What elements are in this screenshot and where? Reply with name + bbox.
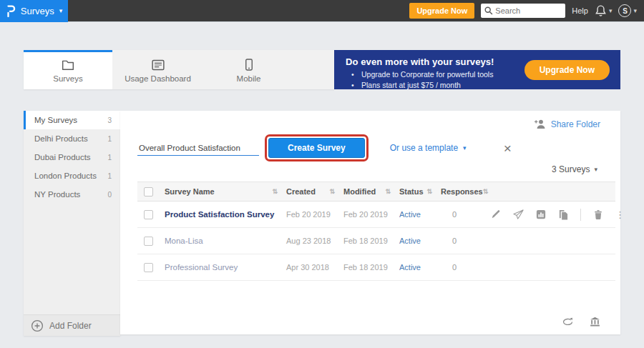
tab-label: Mobile [237,74,261,83]
notifications-menu[interactable]: ▾ [595,4,613,17]
status-label: Active [399,210,441,219]
top-bar: Surveys ▾ Upgrade Now Help ▾ S ▾ [0,0,644,22]
sort-icon: ⇅ [272,188,278,195]
more-options-icon[interactable]: ⋮ [615,209,625,220]
share-person-icon [534,119,546,129]
table-header-row: Survey Name ⇅ Created ⇅ Modified ⇅ Statu… [137,182,615,202]
surveys-count-dropdown[interactable]: 3 Surveys ▾ [120,160,620,179]
bell-icon [595,4,607,17]
archive-bank-icon[interactable] [590,317,600,327]
create-survey-button[interactable]: Create Survey [268,138,365,158]
sort-icon: ⇅ [329,188,335,195]
plus-circle-icon [31,319,44,332]
created-date: Aug 23 2018 [286,237,343,245]
upgrade-now-button[interactable]: Upgrade Now [409,3,474,19]
column-header-status[interactable]: Status ⇅ [399,187,441,196]
app-menu-label: Surveys [21,6,54,16]
upgrade-banner: Do even more with your surveys! Upgrade … [334,50,620,89]
mobile-icon [244,59,254,71]
table-row: Mona-Lisa Aug 23 2018 Feb 18 2019 Active… [137,228,615,254]
row-checkbox[interactable] [144,210,153,219]
created-date: Apr 30 2018 [286,263,343,272]
banner-bullet: Plans start at just $75 / month [346,80,620,91]
restore-loop-icon[interactable] [562,317,574,327]
survey-name-input[interactable] [137,141,259,156]
search-icon [484,6,494,16]
brand-logo-icon [6,5,16,17]
chevron-down-icon: ▾ [609,8,613,14]
add-folder-button[interactable]: Add Folder [24,314,120,336]
tab-usage-dashboard[interactable]: Usage Dashboard [112,50,203,89]
dashboard-icon [152,59,165,71]
chevron-down-icon: ▾ [633,8,637,14]
surveys-count-label: 3 Surveys [552,164,590,174]
tab-mobile[interactable]: Mobile [203,50,294,89]
row-checkbox[interactable] [144,237,153,246]
close-icon[interactable]: × [504,141,512,155]
responses-count: 0 [441,263,491,272]
folder-label: NY Products [34,190,80,199]
tab-strip-filler [294,50,334,89]
folders-sidebar: My Surveys 3 Delhi Products 1 Dubai Prod… [24,111,120,336]
column-label: Status [399,187,424,196]
create-survey-row: Create Survey Or use a template ▾ × [137,136,620,160]
chevron-down-icon: ▾ [59,8,63,14]
sidebar-folder-item[interactable]: Delhi Products 1 [24,129,120,148]
banner-upgrade-button[interactable]: Upgrade Now [525,60,610,80]
survey-name-link[interactable]: Professional Survey [165,263,286,272]
view-tabs: Surveys Usage Dashboard Mobile [24,50,334,89]
sidebar-folder-item[interactable]: London Products 1 [24,166,120,185]
column-header-responses[interactable]: Responses ⇅ [441,187,491,196]
use-template-label: Or use a template [390,143,458,153]
chevron-down-icon: ▾ [594,166,597,173]
table-row: Professional Survey Apr 30 2018 Feb 18 2… [137,254,615,281]
select-all-checkbox[interactable] [144,187,153,197]
sidebar-folder-item[interactable]: My Surveys 3 [24,111,120,129]
status-label: Active [399,263,441,272]
survey-name-link[interactable]: Product Satisfaction Survey [165,210,286,219]
status-label: Active [399,237,441,245]
avatar: S [618,4,631,17]
report-chart-icon[interactable] [536,209,546,219]
copy-icon[interactable] [558,209,568,220]
row-checkbox[interactable] [144,263,153,272]
column-header-modified[interactable]: Modified ⇅ [343,187,399,196]
survey-name-link[interactable]: Mona-Lisa [165,237,286,245]
delete-trash-icon[interactable] [593,209,603,220]
share-folder-button[interactable]: Share Folder [551,119,600,129]
surveys-panel: Share Folder Create Survey Or use a temp… [120,111,620,334]
modified-date: Feb 18 2019 [343,263,399,272]
actions-divider [580,209,581,221]
sidebar-spacer [24,204,120,314]
send-plane-icon[interactable] [513,209,524,219]
column-header-created[interactable]: Created ⇅ [286,187,343,196]
column-label: Responses [441,187,483,196]
panel-footer-icons [562,317,600,327]
modified-date: Feb 18 2019 [343,237,399,245]
folder-count: 1 [107,172,112,180]
sidebar-folder-item[interactable]: NY Products 0 [24,185,120,204]
use-template-dropdown[interactable]: Or use a template ▾ [390,143,467,153]
column-header-survey-name[interactable]: Survey Name ⇅ [165,187,286,196]
folder-label: Delhi Products [34,134,88,143]
folder-count: 0 [107,191,112,199]
folder-count: 1 [107,135,112,143]
edit-pencil-icon[interactable] [491,209,501,219]
account-menu[interactable]: S ▾ [618,4,637,17]
search-box [481,4,565,18]
help-link[interactable]: Help [572,6,588,15]
tab-label: Usage Dashboard [125,74,191,83]
column-label: Created [286,187,316,196]
sidebar-folder-item[interactable]: Dubai Products 1 [24,148,120,166]
add-folder-label: Add Folder [49,321,92,331]
modified-date: Feb 20 2019 [343,210,399,219]
topbar-right-cluster: Upgrade Now Help ▾ S ▾ [409,3,644,19]
folder-count: 3 [107,116,112,124]
surveys-app-menu[interactable]: Surveys ▾ [0,0,68,22]
folder-icon [62,59,74,71]
folder-count: 1 [107,154,112,161]
responses-count: 0 [441,210,491,219]
share-folder-row: Share Folder [120,111,620,129]
sort-icon: ⇅ [483,188,489,195]
tab-surveys[interactable]: Surveys [24,50,112,89]
